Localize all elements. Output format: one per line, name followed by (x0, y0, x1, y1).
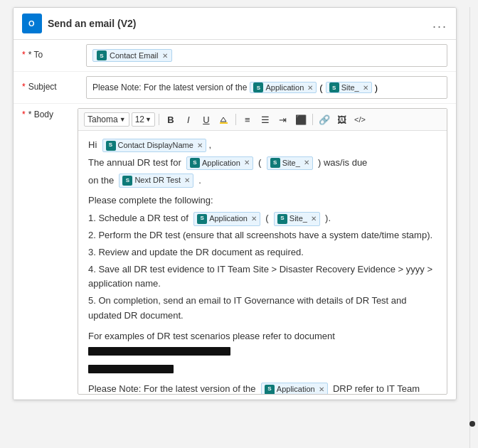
step-2: 2. Perform the DR test (ensure that all … (88, 228, 437, 243)
step1-app-token[interactable]: S Application ✕ (193, 212, 260, 226)
step-5: 5. On completion, send an email to IT Go… (88, 294, 437, 324)
subject-site-token[interactable]: S Site_ ✕ (326, 82, 372, 93)
subject-site-icon: S (329, 82, 339, 92)
highlight-button[interactable] (216, 112, 232, 127)
subject-app-remove[interactable]: ✕ (307, 84, 313, 92)
toolbar-separator-2 (235, 114, 236, 125)
svg-text:O: O (28, 19, 35, 28)
contact-display-remove[interactable]: ✕ (197, 140, 203, 151)
body-content-area[interactable]: Hi S Contact DisplayName ✕ , The (78, 131, 447, 394)
next-dr-remove[interactable]: ✕ (184, 175, 190, 186)
body-app-remove[interactable]: ✕ (244, 157, 250, 169)
toolbar-separator-1 (159, 114, 159, 125)
step1-app-remove[interactable]: ✕ (251, 213, 257, 225)
toolbar-separator-3 (312, 114, 313, 125)
subject-row: *Subject Please Note: For the latest ver… (14, 72, 456, 104)
font-family-select[interactable]: Tahoma ▼ (84, 112, 129, 127)
subject-paren-open: ( (319, 82, 322, 93)
please-note-app-remove[interactable]: ✕ (319, 384, 324, 394)
more-options-button[interactable]: ... (432, 16, 447, 31)
body-site-icon: S (270, 158, 280, 168)
card-header: O Send an email (V2) ... (14, 8, 456, 40)
subject-site-remove[interactable]: ✕ (363, 84, 368, 92)
bold-button[interactable]: B (163, 112, 179, 127)
please-note-line: Please Note: For the latest version of t… (88, 382, 437, 394)
please-complete-heading: Please complete the following: (88, 193, 437, 208)
next-dr-test-token[interactable]: S Next DR Test ✕ (119, 174, 193, 188)
annual-dr-line: The annual DR test for S Application ✕ (… (88, 156, 437, 171)
step-3: 3. Review and update the DR document as … (88, 245, 437, 260)
body-site-token[interactable]: S Site_ ✕ (267, 156, 313, 171)
subject-field[interactable]: Please Note: For the latest version of t… (86, 76, 447, 99)
step1-site-icon: S (277, 214, 287, 224)
please-note-app-icon: S (265, 385, 275, 394)
step-4: 4. Save all DR test evidence to IT Team … (88, 262, 437, 292)
contact-display-icon: S (106, 141, 116, 151)
subject-prefix-text: Please Note: For the latest version of t… (92, 82, 247, 92)
font-size-dropdown-icon[interactable]: ▼ (145, 116, 152, 123)
indent-button[interactable]: ⇥ (275, 112, 291, 127)
step1-site-token[interactable]: S Site_ ✕ (274, 212, 320, 226)
font-dropdown-icon[interactable]: ▼ (120, 116, 126, 123)
dot-indicator (469, 421, 475, 427)
redacted-text-1 (88, 347, 230, 356)
code-button[interactable]: </> (352, 112, 368, 127)
outlook-icon: O (22, 14, 42, 33)
to-label: ** To (22, 44, 86, 60)
next-dr-icon: S (122, 176, 132, 186)
bullet-list-button[interactable]: ≡ (240, 112, 255, 127)
redacted-continuation (88, 361, 437, 376)
body-toolbar: Tahoma ▼ 12 ▼ B I U (78, 109, 447, 131)
to-field[interactable]: S Contact Email ✕ (86, 44, 447, 67)
contact-email-remove[interactable]: ✕ (162, 52, 168, 60)
to-row: ** To S Contact Email ✕ (14, 40, 456, 72)
body-label: ** Body (14, 104, 78, 125)
subject-paren-close: ) (375, 82, 378, 93)
contact-display-name-token[interactable]: S Contact DisplayName ✕ (102, 139, 206, 153)
greeting-line: Hi S Contact DisplayName ✕ , (88, 138, 437, 153)
contact-email-token[interactable]: S Contact Email ✕ (92, 49, 172, 62)
step1-site-remove[interactable]: ✕ (311, 213, 317, 225)
subject-label: *Subject (22, 76, 86, 92)
on-the-line: on the S Next DR Test ✕ . (88, 174, 437, 188)
italic-button[interactable]: I (181, 112, 196, 127)
please-note-app-token[interactable]: S Application ✕ (261, 383, 328, 394)
subject-app-icon: S (253, 82, 263, 92)
body-row: ** Body Tahoma ▼ 12 ▼ (14, 104, 456, 400)
steps-list: 1. Schedule a DR test of S Application ✕… (88, 211, 437, 324)
body-app-icon: S (190, 158, 200, 168)
step1-app-icon: S (197, 214, 207, 224)
connector-line (469, 7, 478, 448)
card-title: Send an email (V2) (48, 18, 427, 29)
body-site-remove[interactable]: ✕ (304, 157, 309, 169)
image-button[interactable]: 🖼 (334, 112, 350, 127)
outdent-button[interactable]: ⬛ (293, 112, 309, 127)
numbered-list-button[interactable]: ☰ (257, 112, 273, 127)
step-1: 1. Schedule a DR test of S Application ✕… (88, 211, 437, 226)
for-examples-line: For examples of DR test scenarios please… (88, 329, 437, 359)
body-editor[interactable]: Tahoma ▼ 12 ▼ B I U (78, 108, 447, 395)
link-button[interactable]: 🔗 (317, 112, 332, 127)
subject-application-token[interactable]: S Application ✕ (250, 82, 317, 93)
body-application-token[interactable]: S Application ✕ (186, 156, 253, 171)
underline-button[interactable]: U (198, 112, 214, 127)
font-size-select[interactable]: 12 ▼ (132, 112, 155, 127)
contact-email-icon: S (97, 50, 107, 60)
redacted-text-2 (88, 365, 174, 373)
